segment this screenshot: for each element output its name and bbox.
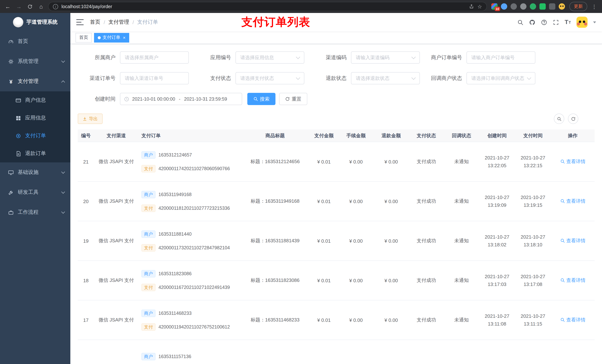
view-details-link[interactable]: 查看详情 [560,277,586,284]
cell-title: 标题：1635311823086 [241,277,310,284]
sidebar-item-home[interactable]: 首页 [0,31,70,52]
tab-pay-order[interactable]: 支付订单 × [94,33,129,42]
clock-icon [124,96,129,102]
header-search-icon[interactable] [517,19,524,25]
cell-actions: 查看详情 [551,198,595,205]
pay-status-select[interactable] [236,72,304,84]
share-icon[interactable] [469,4,474,9]
extension-icon-7[interactable] [549,3,555,10]
card-icon [16,97,21,103]
browser-update-button[interactable]: 更新 [570,2,587,11]
extension-icon-4[interactable] [520,3,527,10]
tab-label: 首页 [79,34,88,41]
app-select[interactable] [236,52,304,64]
extension-icon-5[interactable] [530,3,536,10]
sidebar-item-app-info[interactable]: 应用信息 [0,109,70,127]
view-details-link[interactable]: 查看详情 [560,317,586,323]
extension-icon-1[interactable]: 10 [491,3,498,10]
cell-refund: ¥ 0.00 [374,159,409,165]
cell-create-time: 2021-10-27 13:11:08 [479,312,515,328]
gear-icon [8,59,14,64]
breadcrumb-separator: / [133,19,134,25]
font-size-icon[interactable]: TT [565,19,571,26]
sidebar-item-infrastructure[interactable]: 基础设施 [0,162,70,182]
browser-home-icon[interactable]: ⌂ [37,2,45,10]
site-info-icon[interactable]: i [53,4,58,9]
magnifier-icon [560,239,565,243]
table-body: 21 微信 JSAPI 支付 商户 1635312124657 支付 42000… [78,142,595,364]
extension-icon-8[interactable] [559,3,565,10]
table-search-toggle-icon[interactable] [554,114,564,124]
sidebar-item-label: 退款订单 [25,150,64,157]
cell-status: 支付成功 [409,158,444,165]
browser-menu-icon[interactable]: ⋮ [590,2,598,10]
filter-refund-status: 退款状态 [309,72,424,84]
create-time-range-picker[interactable]: 2021-10-01 00:00:00 - 2021-10-31 23:59:5… [120,93,242,105]
tab-close-icon[interactable]: × [123,35,126,40]
extension-icon-2[interactable] [501,3,507,10]
avatar-caret-icon[interactable] [593,21,596,23]
sidebar-item-payment[interactable]: ¥ 支付管理 [0,71,70,91]
merchant-label: 所属商户 [78,54,120,61]
github-icon[interactable] [529,19,535,25]
channel-order-no-input[interactable] [120,72,189,84]
extension-icon-6[interactable] [539,3,546,10]
sidebar-item-label: 基础设施 [18,169,58,176]
view-details-label: 查看详情 [566,198,586,205]
cell-notify: 未通知 [444,158,479,165]
target-icon [16,133,21,138]
table-row: 21 微信 JSAPI 支付 商户 1635312124657 支付 42000… [78,142,595,182]
breadcrumb-home[interactable]: 首页 [90,19,100,26]
filter-channel-order-no: 渠道订单号 [78,72,193,84]
breadcrumb-separator: / [104,19,105,25]
sidebar-item-system[interactable]: 系统管理 [0,52,70,71]
sidebar-item-pay-order[interactable]: 支付订单 [0,127,70,145]
sidebar-item-refund-order[interactable]: 退款订单 [0,145,70,162]
search-button[interactable]: 搜索 [247,93,275,105]
app-label: 应用编号 [193,54,236,61]
cell-create-time: 2021-10-27 13:18:02 [479,233,515,249]
view-details-link[interactable]: 查看详情 [560,198,586,205]
main-area: 首页 / 支付管理 / 支付订单 支付订单列表 TT [70,13,602,364]
sidebar-logo[interactable]: 芋道管理系统 [0,13,70,31]
cell-refund: ¥ 0.00 [374,238,409,244]
cell-channel: 微信 JSAPI 支付 [94,158,139,165]
tab-home[interactable]: 首页 [75,33,92,42]
sidebar-item-dev-tools[interactable]: 研发工具 [0,182,70,202]
filter-notify-status: 回调商户状态 [424,72,540,84]
browser-refresh-icon[interactable] [26,2,34,10]
bookmark-star-icon[interactable]: ☆ [477,3,482,10]
browser-forward-icon[interactable]: → [15,2,23,10]
filter-app: 应用编号 [193,52,309,64]
fullscreen-icon[interactable] [553,19,559,25]
filter-row-2: 渠道订单号 支付状态 退款状态 [78,72,595,84]
help-icon[interactable] [541,19,547,25]
notify-status-select[interactable] [466,72,535,84]
breadcrumb-section[interactable]: 支付管理 [108,19,129,26]
tab-label: 支付订单 [103,34,120,41]
merchant-order-no: 1635311468233 [159,311,192,316]
table-refresh-icon[interactable] [568,114,578,124]
export-button[interactable]: 导出 [78,114,103,124]
cell-channel: 微信 JSAPI 支付 [94,238,139,244]
reset-button[interactable]: 重置 [279,93,307,105]
channel-code-select[interactable] [351,52,420,64]
view-details-link[interactable]: 查看详情 [560,238,586,244]
extension-icon-3[interactable] [511,3,517,10]
cell-order: 商户 1635312124657 支付 42000011742021102780… [139,151,241,172]
pay-tag: 支付 [141,204,155,212]
hamburger-icon[interactable] [76,19,84,25]
merchant-select[interactable] [120,52,189,64]
header-status: 支付状态 [409,132,444,139]
user-avatar[interactable] [576,17,588,28]
cell-create-time: 2021-10-27 13:19:09 [479,193,515,209]
merchant-order-no-input[interactable] [466,52,535,64]
refund-status-select[interactable] [351,72,420,84]
address-bar[interactable]: i localhost:1024/pay/order ☆ [48,2,487,11]
reset-button-label: 重置 [292,96,301,102]
filter-merchant-order-no: 商户订单编号 [424,52,540,64]
browser-back-icon[interactable]: ← [4,2,12,10]
view-details-link[interactable]: 查看详情 [560,158,586,165]
sidebar-item-merchant-info[interactable]: 商户信息 [0,91,70,109]
sidebar-item-workflow[interactable]: 工作流程 [0,202,70,222]
